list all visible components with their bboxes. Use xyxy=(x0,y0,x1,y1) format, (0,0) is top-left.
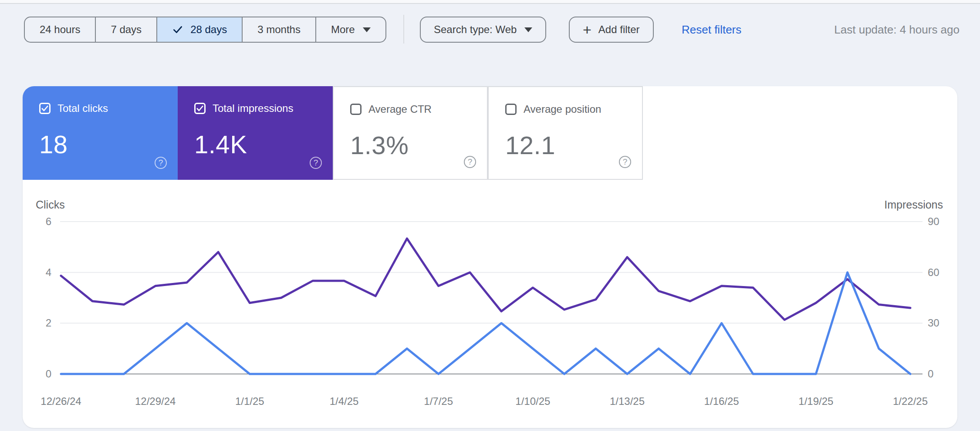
metric-value: 1.4K xyxy=(194,130,247,159)
x-axis-date-label: 12/26/24 xyxy=(22,395,100,407)
date-range-more-button[interactable]: More xyxy=(315,17,385,42)
date-range-28-days[interactable]: 28 days xyxy=(156,17,242,42)
checkbox-checked-icon[interactable] xyxy=(39,103,51,114)
right-axis-tick: 30 xyxy=(928,317,939,330)
left-axis-tick: 0 xyxy=(23,367,51,380)
date-range-7-days[interactable]: 7 days xyxy=(95,17,156,42)
date-range-24-hours[interactable]: 24 hours xyxy=(25,17,95,42)
help-icon[interactable]: ? xyxy=(464,156,476,168)
clicks-line xyxy=(61,273,910,374)
checkbox-checked-icon[interactable] xyxy=(194,103,206,114)
add-filter-button[interactable]: + Add filter xyxy=(569,17,654,43)
metric-cards-row: Total clicks 18 ? Total impressions 1.4K… xyxy=(23,86,643,180)
add-filter-label: Add filter xyxy=(598,24,640,36)
reset-filters-link[interactable]: Reset filters xyxy=(682,17,741,43)
date-range-group: 24 hours7 days28 days3 monthsMore xyxy=(24,17,386,43)
metric-card-average-position[interactable]: Average position 12.1 ? xyxy=(488,86,643,180)
right-axis-tick: 90 xyxy=(928,215,939,228)
left-axis-title: Clicks xyxy=(36,199,65,211)
last-update-text: Last update: 4 hours ago xyxy=(834,17,960,43)
date-range-3-months[interactable]: 3 months xyxy=(242,17,315,42)
date-range-label: 24 hours xyxy=(40,24,80,36)
metric-label: Total clicks xyxy=(57,103,108,114)
metric-card-total-clicks[interactable]: Total clicks 18 ? xyxy=(23,86,178,180)
date-range-label: 3 months xyxy=(257,24,301,36)
x-axis-date-label: 12/29/24 xyxy=(116,395,195,407)
x-axis-date-label: 1/13/25 xyxy=(588,395,666,407)
more-label: More xyxy=(331,24,355,36)
x-axis-date-label: 1/7/25 xyxy=(399,395,478,407)
metric-card-average-ctr[interactable]: Average CTR 1.3% ? xyxy=(333,86,488,180)
x-axis-date-label: 1/22/25 xyxy=(871,395,950,407)
x-axis-date-label: 1/4/25 xyxy=(305,395,383,407)
right-axis-title: Impressions xyxy=(884,199,943,211)
date-range-label: 28 days xyxy=(190,24,227,36)
impressions-line xyxy=(61,239,910,320)
check-icon xyxy=(172,24,183,35)
metric-label: Average position xyxy=(524,104,601,114)
metric-label: Average CTR xyxy=(368,104,432,114)
chevron-down-icon xyxy=(524,27,532,32)
header-bottom-divider xyxy=(0,0,980,4)
x-axis-date-label: 1/19/25 xyxy=(777,395,855,407)
date-range-label: 7 days xyxy=(111,24,142,36)
metric-value: 12.1 xyxy=(505,131,555,160)
search-type-label: Search type: Web xyxy=(434,24,517,36)
search-type-button[interactable]: Search type: Web xyxy=(420,17,546,43)
left-axis-tick: 6 xyxy=(23,215,51,228)
chevron-down-icon xyxy=(363,27,371,32)
left-axis-tick: 2 xyxy=(23,317,51,330)
x-axis-date-label: 1/16/25 xyxy=(683,395,761,407)
metric-label: Total impressions xyxy=(213,103,293,114)
right-axis-tick: 60 xyxy=(928,266,939,279)
x-axis-date-label: 1/1/25 xyxy=(210,395,289,407)
checkbox-unchecked-icon[interactable] xyxy=(350,104,362,115)
help-icon[interactable]: ? xyxy=(619,156,631,168)
plus-icon: + xyxy=(583,22,591,37)
x-axis-date-label: 1/10/25 xyxy=(493,395,572,407)
metric-card-total-impressions[interactable]: Total impressions 1.4K ? xyxy=(178,86,333,180)
help-icon[interactable]: ? xyxy=(155,157,167,169)
right-axis-tick: 0 xyxy=(928,367,933,380)
help-icon[interactable]: ? xyxy=(310,157,322,169)
toolbar-divider xyxy=(403,15,404,44)
metric-value: 1.3% xyxy=(350,131,409,160)
performance-panel: Total clicks 18 ? Total impressions 1.4K… xyxy=(23,86,957,428)
checkbox-unchecked-icon[interactable] xyxy=(505,104,517,115)
left-axis-tick: 4 xyxy=(23,266,51,279)
metric-value: 18 xyxy=(39,130,68,159)
